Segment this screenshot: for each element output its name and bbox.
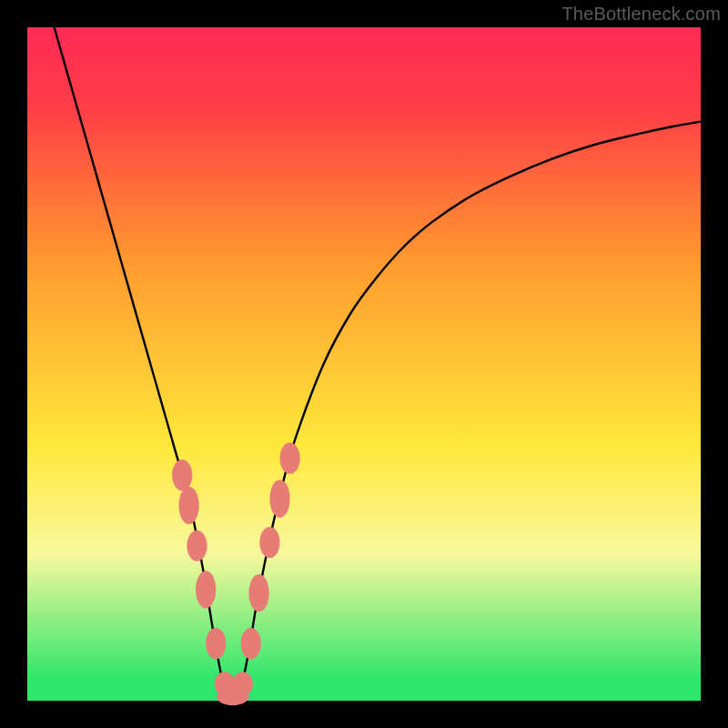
curve-marker — [172, 460, 192, 490]
bottleneck-curve — [55, 27, 701, 701]
curve-marker — [241, 628, 261, 659]
curve-marker — [206, 628, 226, 659]
curve-marker — [233, 672, 253, 696]
curve-marker — [196, 571, 216, 608]
chart-svg — [27, 27, 701, 701]
chart-plot-area — [27, 27, 701, 701]
curve-marker — [179, 487, 199, 524]
curve-marker — [187, 531, 207, 561]
curve-marker — [280, 443, 300, 474]
marker-layer — [172, 443, 300, 706]
curve-marker — [248, 574, 268, 612]
chart-frame: TheBottleneck.com — [0, 0, 728, 728]
curve-marker — [269, 480, 289, 517]
curve-marker — [259, 527, 279, 558]
watermark-text: TheBottleneck.com — [561, 4, 721, 25]
